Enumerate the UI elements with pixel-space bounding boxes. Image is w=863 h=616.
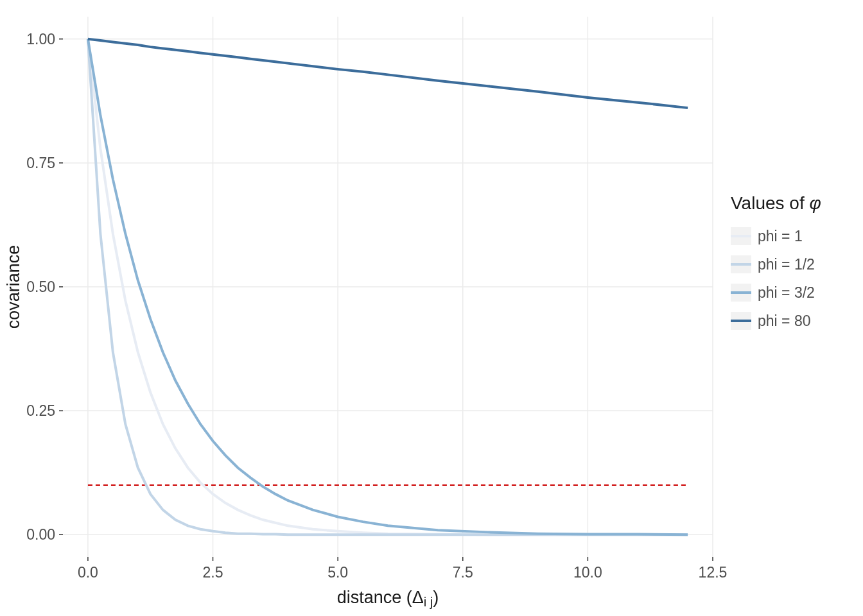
legend-title: Values of φ (731, 193, 821, 213)
y-tick-label: 0.50 (26, 278, 55, 295)
x-tick-label: 7.5 (453, 564, 473, 581)
x-tick-label: 5.0 (327, 564, 348, 581)
y-tick-label: 0.25 (26, 402, 55, 419)
y-tick-label: 0.00 (26, 526, 55, 543)
legend-label: phi = 1 (758, 228, 803, 244)
y-axis-title: covariance (4, 245, 23, 329)
legend-label: phi = 80 (758, 312, 811, 329)
legend-item: phi = 1/2 (731, 255, 815, 273)
legend-item: phi = 3/2 (731, 284, 815, 302)
legend-item: phi = 1 (731, 227, 803, 245)
chart-container: 0.02.55.07.510.012.50.000.250.500.751.00… (0, 0, 863, 616)
y-tick-label: 1.00 (26, 31, 55, 47)
legend-item: phi = 80 (731, 312, 811, 330)
line-chart: 0.02.55.07.510.012.50.000.250.500.751.00… (0, 0, 863, 616)
x-tick-label: 10.0 (573, 564, 602, 581)
x-tick-label: 12.5 (699, 564, 728, 581)
legend-label: phi = 3/2 (758, 284, 815, 301)
x-tick-label: 2.5 (203, 564, 223, 581)
legend-label: phi = 1/2 (758, 256, 815, 273)
x-axis-title: distance (Δi j) (337, 588, 439, 609)
y-tick-label: 0.75 (26, 155, 55, 171)
x-tick-label: 0.0 (78, 564, 98, 581)
